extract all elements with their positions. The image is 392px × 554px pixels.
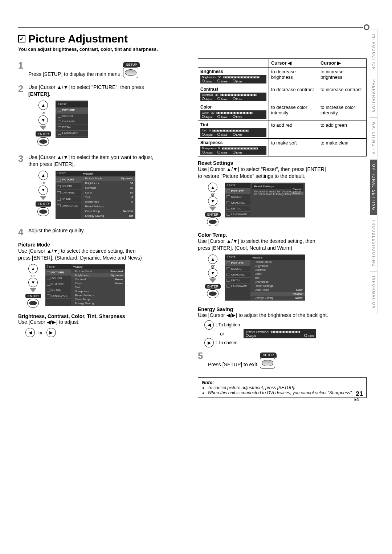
adjustment-table: Cursor ◀ Cursor ▶ Brightness Brightness …: [198, 58, 367, 156]
picture-mode-desc-b: press [ENTER]. (Standard, Dynamic, Movie…: [18, 255, 142, 261]
setup-button-graphic: SETUP: [123, 62, 140, 78]
energy-desc: Use [Cursor ◀/▶] to adjust the brightnes…: [198, 312, 367, 318]
page-footer: EN: [354, 398, 359, 402]
color-temp-desc-b: press [ENTER]. (Cool, Neutral and Warm): [198, 245, 292, 251]
side-tab: PREPARATION: [370, 75, 377, 117]
color-temp-desc-a: Use [Cursor ▲/▼] to select the desired s…: [198, 238, 315, 244]
step-3-text-b: then press [ENTER].: [28, 161, 75, 167]
side-tab: TROUBLESHOOTING: [370, 215, 377, 272]
page-title: ✓ Picture Adjustment: [18, 33, 367, 45]
enter-button-icon: [37, 137, 49, 146]
cursor-up-down-enter: ▲ or ▼ ENTER: [205, 254, 221, 298]
energy-heading: Energy Saving: [198, 306, 367, 312]
page-intro: You can adjust brightness, contrast, col…: [18, 46, 367, 52]
page-number: 21: [356, 390, 363, 398]
step-3-text-a: Use [Cursor ▲/▼] to select the item you …: [28, 154, 153, 160]
step-4-text: Adjust the picture quality.: [28, 228, 85, 233]
cursor-left-right: ◀ or ▶: [25, 328, 187, 337]
cursor-up-down-enter: ▲ or ▼ ENTER: [205, 183, 221, 226]
step-5-text: Press [SETUP] to exit.: [208, 362, 258, 367]
cursor-left-icon: ◀: [25, 328, 35, 337]
step-number-5: 5: [198, 351, 205, 372]
reset-desc-a: Use [Cursor ▲/▼] to select "Reset", then…: [198, 166, 326, 172]
bcct-desc: Use [Cursor ◀/▶] to adjust.: [18, 319, 187, 325]
note-box: Note: To cancel picture adjustment, pres…: [198, 377, 367, 398]
cursor-down-icon: ▼: [38, 115, 48, 125]
cursor-up-down-enter: ▲ or ▼ ENTER: [36, 101, 51, 146]
side-tab: WATCHING TV: [370, 117, 377, 159]
cursor-up-icon: ▲: [38, 101, 48, 110]
table-row: Color Color 30 Adjust Move Enter to decr…: [198, 103, 367, 121]
check-icon: ✓: [18, 35, 25, 42]
picture-mode-screenshot: ⤴EXIT PICTURE SOUND CHANNEL DETAIL LANGU…: [45, 264, 125, 306]
main-menu-screenshot: ⤴EXIT PICTURE SOUND CHANNEL DETAIL LANGU…: [56, 101, 88, 138]
step-number-1: 1: [18, 61, 25, 82]
reset-desc-b: to restore "Picture Mode" settings to th…: [198, 173, 305, 179]
picture-mode-heading: Picture Mode: [18, 242, 187, 248]
note-item: To cancel picture adjustment, press [SET…: [208, 385, 363, 390]
table-row: Contrast Contrast 30 Adjust Move Enter t…: [198, 85, 367, 103]
step-number-3: 3: [18, 154, 25, 225]
reset-screenshot: ⤴EXIT PICTURE SOUND CHANNEL DETAIL LANGU…: [225, 183, 305, 217]
color-temp-heading: Color Temp.: [198, 232, 367, 238]
picture-menu-screenshot: ⤴EXIT PICTURE SOUND CHANNEL DETAIL LANGU…: [56, 171, 135, 219]
side-tab: INTRODUCTION: [370, 29, 377, 75]
side-tab: OPTIONAL SETTING: [370, 159, 377, 215]
table-row: Brightness Brightness 30 Adjust Move Ent…: [198, 68, 367, 85]
table-row: Tint Tint 0 Adjust Move Enter to add red…: [198, 121, 367, 139]
step-number-2: 2: [18, 84, 25, 152]
step-number-4: 4: [18, 227, 25, 237]
cursor-right-icon: ▶: [46, 328, 56, 337]
arrow-down-icon: [40, 126, 47, 130]
cursor-up-down-enter: ▲ or ▼ ENTER: [36, 171, 51, 216]
bcct-heading: Brightness, Contrast, Color, Tint, Sharp…: [18, 313, 187, 319]
step-1-text: Press [SETUP] to display the main menu.: [28, 71, 122, 77]
side-tab: INFORMATION: [370, 271, 377, 314]
energy-lr-buttons: ◀: To brighten or ▶: To darken: [204, 320, 240, 347]
reset-heading: Reset Settings: [198, 160, 367, 166]
table-row: Sharpness Sharpness 0 Adjust Move Enter …: [198, 139, 367, 156]
setup-button-graphic: SETUP: [260, 353, 277, 368]
decorative-circle: [364, 24, 369, 30]
color-temp-screenshot: ⤴EXIT PICTURE SOUND CHANNEL DETAIL LANGU…: [225, 254, 305, 301]
cursor-up-down-enter: ▲ or ▼ ENTER: [25, 264, 41, 307]
step-2-text-a: Use [Cursor ▲/▼] to select "PICTURE", th…: [28, 84, 144, 90]
picture-mode-desc-a: Use [Cursor ▲/▼] to select the desired s…: [18, 248, 135, 254]
note-item: When this unit is connected to DVI devic…: [208, 390, 363, 395]
step-2-text-b: [ENTER].: [28, 91, 50, 97]
energy-saving-screenshot: Energy Saving Off Adjust Enter: [244, 329, 316, 338]
side-nav-tabs: INTRODUCTIONPREPARATIONWATCHING TVOPTION…: [370, 29, 377, 314]
